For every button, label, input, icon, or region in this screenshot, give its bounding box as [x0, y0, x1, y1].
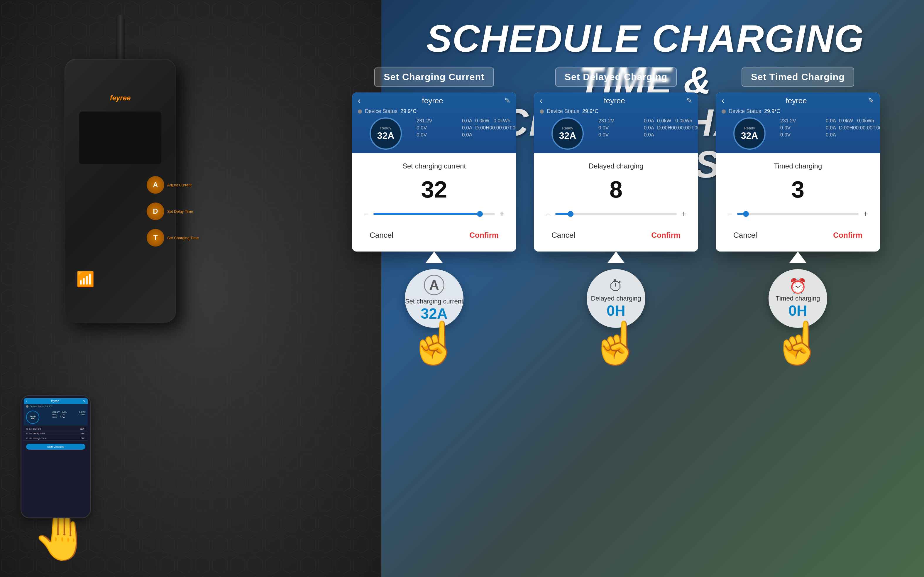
app-header-delayed: ‹ feyree ✎ Device Status 29.9°C 231.2V 0… [534, 92, 698, 153]
phone-back[interactable]: ‹ [26, 400, 27, 403]
slider-plus-timed[interactable]: + [863, 209, 868, 219]
edit-icon-current[interactable]: ✎ [505, 97, 510, 105]
edit-icon-delayed[interactable]: ✎ [686, 97, 692, 105]
bubble-icon-current: A [424, 275, 444, 295]
back-arrow-current[interactable]: ‹ [358, 96, 360, 105]
finger-current: ☝ [409, 319, 460, 367]
metrics-timed: 231.2V 0.0A 0.0V 0.0A 0.0V 0.0A [722, 118, 874, 150]
app-nav-delayed: ‹ feyree ✎ [540, 96, 692, 105]
btn-a-label: Adjust Current [167, 183, 191, 187]
phone-header: ‹ feyree ✎ [24, 398, 88, 404]
bubble-value-delayed: 0H [607, 302, 625, 319]
panel-label-timed: Set Timed Charging [742, 68, 854, 87]
phone-metrics: 231.2V 0.0A 0.0V 0.0A 0.0V 0.0A 0.0kW D:… [24, 409, 88, 425]
gauge-delayed: Ready 32A [551, 118, 584, 150]
panel-label-delayed: Set Delayed Charging [555, 68, 677, 87]
status-row-timed: Device Status 29.9°C [722, 108, 874, 114]
app-title-timed: feyree [786, 96, 807, 105]
phone-start-btn[interactable]: Start Charging [26, 444, 85, 450]
slider-thumb-current[interactable] [477, 211, 483, 217]
panel-set-delayed-charging: Set Delayed Charging ‹ feyree ✎ Device S… [534, 68, 698, 367]
dialog-title-timed: Timed charging [728, 162, 868, 170]
cancel-btn-delayed[interactable]: Cancel [546, 228, 581, 243]
phone-status-bar: Device Status 29.9°C [24, 404, 88, 409]
back-arrow-delayed[interactable]: ‹ [540, 96, 542, 105]
slider-delayed: − + [546, 209, 686, 219]
arrow-timed [789, 251, 807, 263]
edit-icon-timed[interactable]: ✎ [868, 97, 874, 105]
arrow-current [425, 251, 443, 263]
arrow-delayed [607, 251, 625, 263]
status-dot-current [358, 110, 362, 114]
btn-t-label: Set Charging Time [167, 236, 199, 240]
phone-menu-item-current[interactable]: ⊙ Set Current32A › [24, 427, 88, 432]
slider-minus-delayed[interactable]: − [546, 209, 551, 219]
charger-screen [79, 111, 161, 164]
bubble-text-current: Set charging current [405, 298, 463, 305]
panel-set-charging-current: Set Charging Current ‹ feyree ✎ Device S… [352, 68, 516, 367]
phone-menu-item-timer[interactable]: ⊙ Set Charge Time0H › [24, 436, 88, 441]
gauge-timed: Ready 32A [733, 118, 766, 150]
app-title-delayed: feyree [604, 96, 625, 105]
dialog-actions-delayed: Cancel Confirm [546, 228, 686, 243]
dialog-title-current: Set charging current [364, 162, 505, 170]
status-row-delayed: Device Status 29.9°C [540, 108, 692, 114]
confirm-btn-delayed[interactable]: Confirm [645, 228, 686, 243]
dialog-current: Set charging current 32 − + Cancel Confi… [352, 153, 516, 251]
phone-gauge: Ready32A [26, 411, 39, 424]
slider-plus-delayed[interactable]: + [681, 209, 686, 219]
app-screen-timed: ‹ feyree ✎ Device Status 29.9°C 231.2V 0… [716, 92, 880, 251]
dialog-value-timed: 3 [728, 176, 868, 203]
status-dot-timed [722, 110, 726, 114]
confirm-btn-timed[interactable]: Confirm [827, 228, 868, 243]
slider-track-delayed[interactable] [555, 213, 677, 215]
bubble-icon-timed: ⏰ [789, 278, 807, 295]
app-panels: Set Charging Current ‹ feyree ✎ Device S… [352, 68, 880, 367]
charger-device: feyree A Adjust Current D Set Delay Time… [59, 59, 182, 382]
panel-label-current: Set Charging Current [374, 68, 494, 87]
status-label-current: Device Status [365, 108, 397, 114]
bubble-value-timed: 0H [789, 302, 807, 319]
finger-delayed: ☝ [590, 319, 642, 367]
dialog-value-current: 32 [364, 176, 505, 203]
status-label-delayed: Device Status [547, 108, 579, 114]
back-arrow-timed[interactable]: ‹ [722, 96, 724, 105]
charger-btn-t[interactable]: T Set Charging Time [147, 229, 164, 247]
charger-btn-a[interactable]: A Adjust Current [147, 176, 164, 194]
phone-menu-item-delay[interactable]: ⊙ Set Delay Time1H › [24, 432, 88, 436]
slider-track-current[interactable] [373, 213, 495, 215]
phone-container: ‹ feyree ✎ Device Status 29.9°C 231.2V 0… [21, 395, 103, 559]
slider-timed: − + [728, 209, 868, 219]
cancel-btn-timed[interactable]: Cancel [728, 228, 763, 243]
status-temp-current: 29.9°C [400, 108, 416, 114]
slider-minus-current[interactable]: − [364, 209, 369, 219]
hand-icon: 🤚 [21, 513, 103, 559]
phone-menu: ⊙ Set Current32A › ⊙ Set Delay Time1H › … [24, 425, 88, 442]
slider-track-timed[interactable] [737, 213, 859, 215]
slider-plus-current[interactable]: + [499, 209, 505, 219]
confirm-btn-current[interactable]: Confirm [463, 228, 505, 243]
slider-current: − + [364, 209, 505, 219]
app-nav-timed: ‹ feyree ✎ [722, 96, 874, 105]
dialog-title-delayed: Delayed charging [546, 162, 686, 170]
bubble-text-delayed: Delayed charging [591, 295, 641, 302]
slider-minus-timed[interactable]: − [728, 209, 733, 219]
dialog-delayed: Delayed charging 8 − + Cancel Confirm [534, 153, 698, 251]
charger-btn-d[interactable]: D Set Delay Time [147, 203, 164, 220]
finger-timed: ☝ [772, 319, 824, 367]
gauge-current: Ready 32A [370, 118, 402, 150]
charger-buttons: A Adjust Current D Set Delay Time T Set … [147, 176, 164, 247]
metrics-current: 231.2V 0.0A 0.0V 0.0A 0.0V 0.0A [358, 118, 510, 150]
status-label-timed: Device Status [729, 108, 761, 114]
slider-thumb-timed[interactable] [743, 211, 749, 217]
app-screen-current: ‹ feyree ✎ Device Status 29.9°C 231.2V 0… [352, 92, 516, 251]
status-temp-delayed: 29.9°C [582, 108, 598, 114]
phone-edit[interactable]: ✎ [83, 400, 85, 403]
btn-d-label: Set Delay Time [167, 209, 193, 214]
status-temp-timed: 29.9°C [764, 108, 780, 114]
slider-fill-timed [737, 213, 743, 215]
cancel-btn-current[interactable]: Cancel [364, 228, 399, 243]
slider-thumb-delayed[interactable] [567, 211, 574, 217]
phone-brand: feyree [51, 400, 59, 403]
phone-screen: ‹ feyree ✎ Device Status 29.9°C 231.2V 0… [21, 396, 90, 517]
